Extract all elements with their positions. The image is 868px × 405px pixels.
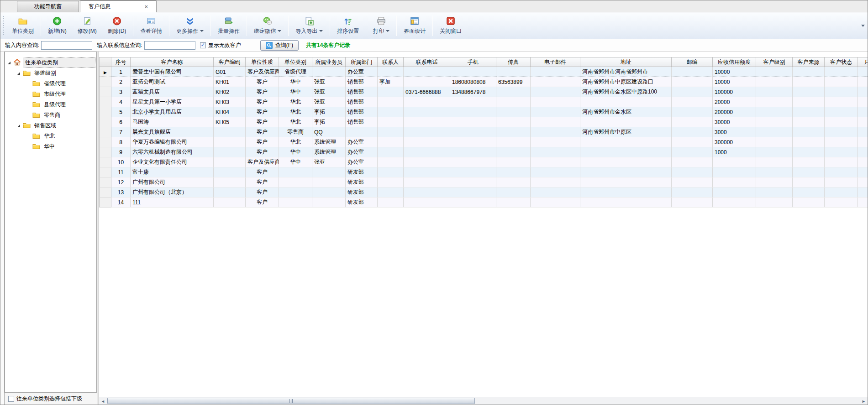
table-cell[interactable]: 办公室 <box>346 157 378 167</box>
table-cell[interactable] <box>580 177 672 187</box>
table-cell[interactable]: 100000 <box>713 87 756 97</box>
table-row[interactable]: ▶1爱普生中国有限公司G01客户及供应商省级代理办公室河南省郑州市河南省郑州市1… <box>100 67 868 77</box>
table-cell[interactable] <box>404 107 450 117</box>
table-cell[interactable] <box>793 137 825 147</box>
scrollbar-thumb[interactable] <box>107 398 475 404</box>
table-row[interactable]: 12广州有限公司客户研发部 <box>100 177 868 187</box>
table-cell[interactable]: 客户 <box>246 87 279 97</box>
table-cell[interactable] <box>214 127 246 137</box>
table-cell[interactable]: 客户 <box>246 97 279 107</box>
table-cell[interactable] <box>378 137 404 147</box>
table-cell[interactable]: 晨光文具旗舰店 <box>131 127 214 137</box>
expander-icon[interactable] <box>17 72 20 75</box>
table-cell[interactable] <box>496 127 531 137</box>
table-cell[interactable] <box>825 137 858 147</box>
tree-item-渠道级别[interactable]: 渠道级别 <box>5 68 96 78</box>
table-cell[interactable]: 星星文具第一小学店 <box>131 97 214 107</box>
table-cell[interactable]: 客户 <box>246 197 279 208</box>
table-cell[interactable] <box>793 167 825 177</box>
table-cell[interactable]: 马国涛 <box>131 117 214 127</box>
table-cell[interactable]: 广州有限公司 <box>131 177 214 187</box>
table-cell[interactable] <box>346 127 378 137</box>
table-cell[interactable] <box>214 147 246 157</box>
table-cell[interactable] <box>378 187 404 197</box>
table-cell[interactable]: KH04 <box>214 107 246 117</box>
table-cell[interactable] <box>404 117 450 127</box>
table-cell[interactable] <box>214 197 246 208</box>
table-cell[interactable]: 销售部 <box>346 117 378 127</box>
row-header-cell[interactable] <box>100 97 111 107</box>
table-cell[interactable] <box>825 187 858 197</box>
table-cell[interactable] <box>825 197 858 208</box>
tab-customer-info[interactable]: 客户信息 × <box>80 0 157 12</box>
tree-item-县级代理[interactable]: 县级代理 <box>5 99 96 110</box>
table-cell[interactable] <box>531 177 580 187</box>
table-cell[interactable] <box>672 137 713 147</box>
tree-item-省级代理[interactable]: 省级代理 <box>5 78 96 89</box>
column-header[interactable]: 所属部门 <box>346 57 378 67</box>
table-cell[interactable] <box>378 157 404 167</box>
table-cell[interactable]: 富士康 <box>131 167 214 177</box>
delete-button[interactable]: 删除(D) <box>102 13 132 38</box>
table-cell[interactable] <box>825 157 858 167</box>
table-cell[interactable] <box>672 187 713 197</box>
table-cell[interactable] <box>756 167 793 177</box>
table-cell[interactable]: 华中 <box>279 87 312 97</box>
table-cell[interactable] <box>531 187 580 197</box>
table-cell[interactable] <box>404 167 450 177</box>
table-cell[interactable] <box>793 107 825 117</box>
table-cell[interactable]: 企业文化有限责任公司 <box>131 157 214 167</box>
table-cell[interactable] <box>404 67 450 77</box>
column-header[interactable]: 单位类别 <box>279 57 312 67</box>
table-cell[interactable]: KH05 <box>214 117 246 127</box>
table-cell[interactable] <box>858 127 868 137</box>
table-row[interactable]: 7晨光文具旗舰店客户零售商QQ河南省郑州市中原区3000 <box>100 127 868 137</box>
table-cell[interactable] <box>793 147 825 157</box>
table-cell[interactable]: 客户 <box>246 167 279 177</box>
column-header[interactable]: 客户名称 <box>131 57 214 67</box>
table-cell[interactable]: 李拓 <box>312 117 346 127</box>
table-cell[interactable] <box>672 127 713 137</box>
table-cell[interactable] <box>378 117 404 127</box>
row-header-cell[interactable] <box>100 107 111 117</box>
table-cell[interactable] <box>404 187 450 197</box>
tree-item-销售区域[interactable]: 销售区域 <box>5 120 96 131</box>
table-cell[interactable] <box>531 197 580 208</box>
table-cell[interactable]: 3000 <box>713 127 756 137</box>
table-cell[interactable]: 5 <box>111 107 131 117</box>
table-cell[interactable] <box>858 97 868 107</box>
table-row[interactable]: 6马国涛KH05客户华北李拓销售部30000 <box>100 117 868 127</box>
table-cell[interactable]: 张亚 <box>312 77 346 87</box>
contact-query-input[interactable] <box>144 41 195 50</box>
table-cell[interactable] <box>531 107 580 117</box>
table-cell[interactable] <box>450 137 496 147</box>
table-cell[interactable] <box>756 127 793 137</box>
table-cell[interactable] <box>858 157 868 167</box>
table-cell[interactable] <box>450 107 496 117</box>
table-cell[interactable] <box>312 167 346 177</box>
table-cell[interactable] <box>531 117 580 127</box>
table-cell[interactable]: 3 <box>111 87 131 97</box>
table-cell[interactable]: 客户及供应商 <box>246 67 279 77</box>
table-cell[interactable]: 张亚 <box>312 157 346 167</box>
table-cell[interactable]: 华夏万卷编辑有限公司 <box>131 137 214 147</box>
column-header[interactable]: 应收信用额度 <box>713 57 756 67</box>
table-cell[interactable] <box>793 187 825 197</box>
column-header[interactable]: 客户状态 <box>825 57 858 67</box>
table-cell[interactable] <box>858 67 868 77</box>
table-cell[interactable] <box>279 177 312 187</box>
row-header-cell[interactable] <box>100 157 111 167</box>
table-cell[interactable] <box>858 107 868 117</box>
table-cell[interactable] <box>713 167 756 177</box>
table-cell[interactable]: 办公室 <box>346 147 378 157</box>
table-cell[interactable]: 华北 <box>279 117 312 127</box>
table-cell[interactable]: 12 <box>111 177 131 187</box>
table-cell[interactable]: 14 <box>111 197 131 208</box>
table-cell[interactable]: 华北 <box>279 107 312 117</box>
toolbar-overflow-chevron-icon[interactable] <box>861 25 865 27</box>
table-cell[interactable]: 河南省郑州市金水区 <box>580 107 672 117</box>
table-cell[interactable] <box>858 177 868 187</box>
table-cell[interactable] <box>378 127 404 137</box>
table-cell[interactable] <box>756 187 793 197</box>
table-cell[interactable]: 亚拓公司测试 <box>131 77 214 87</box>
